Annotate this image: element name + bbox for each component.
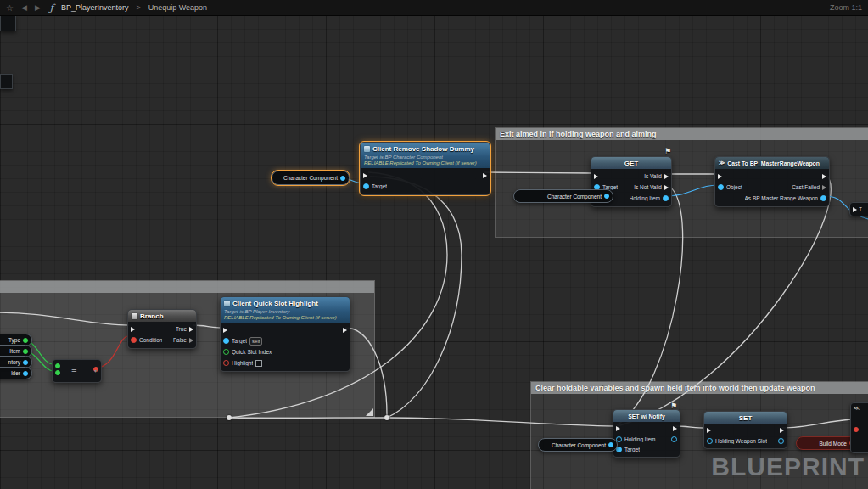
node-subtitle: Target is BP Player Inventory	[221, 309, 350, 315]
exec-in-pin[interactable]	[616, 426, 620, 431]
variable-label: Type	[8, 337, 20, 343]
input-a-pin[interactable]	[55, 363, 60, 368]
variable-get-edge-4[interactable]: lder	[0, 367, 32, 379]
reroute-node[interactable]	[227, 415, 232, 420]
node-title: SET w/ Notify	[628, 413, 664, 419]
holding-weapon-slot-pin[interactable]	[707, 438, 713, 444]
wire-loop-right	[370, 177, 462, 418]
node-edge-top-left-2[interactable]	[0, 74, 13, 89]
quick-slot-index-pin[interactable]	[223, 349, 229, 355]
node-header[interactable]: ≫Cast To BP_MasterRangeWeapon	[715, 157, 829, 169]
output-value-pin[interactable]	[778, 438, 784, 444]
true-exec-pin[interactable]	[189, 327, 193, 332]
nav-back-icon[interactable]: ◀	[21, 3, 27, 12]
pin-label: Holding Item	[624, 436, 656, 442]
as-master-range-weapon-pin[interactable]	[820, 195, 826, 201]
graph-canvas[interactable]: Exit aimed in if holding weapon and aimi…	[0, 15, 868, 489]
node-header[interactable]: Branch	[128, 310, 196, 322]
target-pin[interactable]	[223, 338, 229, 344]
output-pin[interactable]	[340, 176, 345, 181]
pin-label: Holding Weapon Slot	[715, 438, 767, 444]
node-edge-right-bottom[interactable]: ≪	[850, 402, 868, 453]
node-set-holding-weapon-slot[interactable]: SET Holding Weapon Slot	[703, 411, 787, 449]
variable-label: lder	[11, 370, 20, 376]
output-pin[interactable]	[23, 371, 28, 376]
exec-in-pin[interactable]	[707, 428, 711, 433]
exec-in-pin[interactable]	[131, 327, 135, 332]
nav-forward-icon[interactable]: ▶	[35, 3, 41, 12]
node-cast-to-bp-masterrangeweapon[interactable]: ≫Cast To BP_MasterRangeWeapon ObjectCast…	[714, 156, 830, 207]
input-pin[interactable]	[854, 427, 859, 432]
node-title: Branch	[140, 312, 164, 320]
node-header[interactable]: SET w/ Notify	[613, 410, 680, 422]
comment-resize-handle[interactable]	[366, 408, 373, 416]
exec-out-pin[interactable]	[780, 428, 784, 433]
false-exec-pin[interactable]	[189, 338, 193, 343]
node-client-remove-shadow-dummy[interactable]: Client Remove Shadow Dummy Target is BP …	[360, 142, 490, 195]
condition-pin[interactable]	[131, 337, 137, 343]
comment-header[interactable]	[0, 281, 374, 293]
node-equal[interactable]: ≡ ▾	[52, 359, 102, 383]
target-pin[interactable]	[363, 183, 369, 189]
highlight-pin[interactable]	[223, 360, 229, 366]
pin-label: True	[176, 326, 187, 332]
input-b-pin[interactable]	[55, 370, 60, 375]
node-subtitle: Target is BP Character Component	[361, 155, 490, 160]
node-edge-top-left-1[interactable]	[0, 15, 16, 31]
output-pin[interactable]	[608, 442, 613, 447]
comment-header[interactable]: Clear holdable variables and spawn held …	[531, 382, 868, 394]
exec-in-pin[interactable]	[223, 328, 227, 333]
is-valid-exec-pin[interactable]	[664, 174, 669, 179]
comment-header[interactable]: Exit aimed in if holding weapon and aimi…	[496, 128, 868, 140]
node-header[interactable]: SET	[704, 412, 787, 424]
bookmark-flag-icon[interactable]: ⚑	[670, 402, 677, 410]
holding-item-pin[interactable]	[663, 195, 669, 201]
pin-label: Target	[232, 338, 247, 344]
exec-in-pin[interactable]	[853, 207, 857, 212]
variable-label: ntory	[8, 359, 20, 365]
function-icon: ƒ	[50, 3, 53, 14]
variable-get-character-component[interactable]: Character Component	[272, 171, 350, 185]
highlight-checkbox[interactable]	[255, 360, 262, 367]
reroute-node[interactable]	[384, 415, 389, 420]
output-pin[interactable]	[604, 194, 609, 199]
exec-out-pin[interactable]	[343, 328, 347, 333]
breadcrumb-root[interactable]: BP_PlayerInventory	[61, 3, 129, 12]
node-header[interactable]: Client Remove Shadow Dummy Target is BP …	[361, 143, 490, 168]
output-pin[interactable]	[23, 349, 28, 354]
rpc-icon	[224, 301, 230, 306]
self-default-value: self	[249, 337, 262, 346]
chevron-down-icon[interactable]: ▾	[94, 368, 97, 374]
node-set-with-notify[interactable]: SET w/ Notify Holding Item Target	[613, 409, 680, 458]
output-pin[interactable]	[23, 360, 28, 365]
node-branch[interactable]: Branch True ConditionFalse	[127, 309, 197, 349]
rpc-icon	[364, 146, 370, 152]
pin-label: Target	[372, 183, 387, 189]
node-client-quick-slot-highlight[interactable]: Client Quick Slot Highlight Target is BP…	[220, 296, 350, 372]
exec-in-pin[interactable]	[363, 173, 367, 178]
cast-failed-exec-pin[interactable]	[822, 185, 826, 190]
exec-out-pin[interactable]	[673, 426, 677, 431]
node-subtitle-reliable: RELIABLE Replicated To Owning Client (if…	[361, 160, 490, 166]
node-header[interactable]: Client Quick Slot Highlight Target is BP…	[221, 297, 350, 323]
output-pin[interactable]	[23, 338, 28, 343]
exec-out-pin[interactable]	[822, 174, 826, 179]
node-edge-right-top[interactable]: T	[849, 202, 868, 216]
object-pin[interactable]	[718, 184, 724, 190]
output-value-pin[interactable]	[671, 436, 677, 442]
variable-get-build-mode[interactable]: Build Mode	[796, 436, 859, 450]
node-header[interactable]: GET	[591, 157, 671, 169]
node-icon: ≪	[854, 405, 860, 412]
node-title: Cast To BP_MasterRangeWeapon	[727, 160, 820, 166]
variable-get-character-component[interactable]: Character Component	[538, 438, 618, 452]
graph-toolbar: ☆ ◀ ▶ ƒ BP_PlayerInventory > Unequip Wea…	[0, 0, 868, 16]
variable-label: Build Mode	[819, 441, 847, 447]
exec-in-pin[interactable]	[594, 174, 598, 179]
is-not-valid-exec-pin[interactable]	[664, 185, 669, 190]
bookmark-star-icon[interactable]: ☆	[6, 3, 14, 13]
equal-icon: ≡	[71, 364, 76, 374]
variable-get-character-component[interactable]: Character Component	[513, 189, 613, 203]
exec-in-pin[interactable]	[718, 174, 722, 179]
bookmark-flag-icon[interactable]: ⚑	[664, 147, 671, 155]
exec-out-pin[interactable]	[483, 173, 487, 178]
